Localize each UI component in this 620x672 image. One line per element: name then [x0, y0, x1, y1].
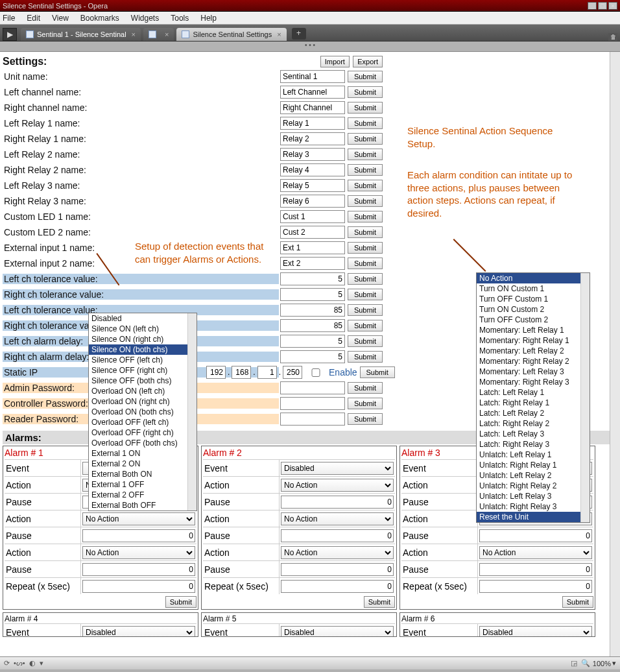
setting-input[interactable]: [280, 350, 345, 363]
submit-button[interactable]: Submit: [348, 413, 383, 425]
submit-button[interactable]: Submit: [348, 195, 383, 207]
zoom-icon[interactable]: 🔍: [581, 659, 590, 667]
browser-tab-3[interactable]: Silence Sentinal Settings×: [176, 28, 286, 41]
action-option[interactable]: No Action: [477, 273, 590, 283]
setting-input[interactable]: [280, 288, 345, 301]
trash-button[interactable]: 🗑: [608, 33, 617, 41]
close-tab-icon[interactable]: ×: [132, 30, 136, 38]
submit-button[interactable]: Submit: [348, 102, 383, 114]
menu-widgets[interactable]: Widgets: [131, 14, 159, 23]
event-option[interactable]: Overload OFF (left ch): [89, 417, 197, 427]
submit-button[interactable]: Submit: [348, 180, 383, 191]
setting-input[interactable]: [280, 101, 345, 114]
alarm-event-select[interactable]: Disabled: [82, 626, 195, 638]
close-tab-icon[interactable]: ×: [165, 30, 169, 38]
alarm-event-select[interactable]: Disabled: [281, 462, 394, 475]
minimize-button[interactable]: _: [588, 2, 597, 10]
menu-tools[interactable]: Tools: [171, 14, 189, 23]
submit-button[interactable]: Submit: [348, 226, 383, 238]
submit-button[interactable]: Submit: [348, 258, 383, 269]
action-option[interactable]: Momentary: Left Relay 1: [477, 325, 590, 335]
action-option[interactable]: Latch: Right Relay 2: [477, 418, 590, 429]
action-option[interactable]: Latch: Left Relay 3: [477, 429, 590, 439]
new-tab-button[interactable]: +: [292, 28, 306, 40]
alarm-action-select[interactable]: No Action: [82, 546, 195, 559]
action-option[interactable]: Turn ON Custom 2: [477, 304, 590, 315]
export-button[interactable]: Export: [353, 56, 383, 67]
event-option[interactable]: External Both OFF: [89, 500, 197, 510]
setting-input[interactable]: [280, 195, 345, 208]
ip-enable-checkbox[interactable]: [306, 368, 326, 377]
action-option[interactable]: Turn OFF Custom 1: [477, 294, 590, 304]
submit-button[interactable]: Submit: [348, 335, 383, 347]
action-option[interactable]: Momentary: Left Relay 2: [477, 346, 590, 356]
event-option[interactable]: Silence OFF (right ch): [89, 365, 197, 376]
alarm-repeat-input[interactable]: [479, 580, 592, 593]
event-option[interactable]: Silence ON (left ch): [89, 324, 197, 334]
alarm-repeat-input[interactable]: [82, 580, 195, 593]
alarm-pause-input[interactable]: [82, 529, 195, 542]
menu-help[interactable]: Help: [200, 14, 217, 23]
event-option[interactable]: Overload ON (both chs): [89, 407, 197, 417]
action-option[interactable]: Momentary: Left Relay 3: [477, 366, 590, 377]
chevron-down-icon[interactable]: ▾: [40, 659, 43, 667]
submit-button[interactable]: Submit: [348, 351, 383, 363]
alarm-action-select[interactable]: No Action: [281, 546, 394, 559]
ip-a[interactable]: [206, 366, 226, 379]
menu-bookmarks[interactable]: Bookmarks: [80, 14, 119, 23]
event-option[interactable]: Overload ON (right ch): [89, 396, 197, 407]
submit-button[interactable]: Submit: [348, 320, 383, 331]
alarm-pause-input[interactable]: [82, 563, 195, 576]
alarm-pause-input[interactable]: [479, 529, 592, 542]
menu-view[interactable]: View: [52, 14, 69, 23]
alarm-action-select[interactable]: No Action: [479, 546, 592, 559]
alarm-submit-button[interactable]: Submit: [165, 596, 197, 608]
setting-input[interactable]: [280, 257, 345, 270]
alarm-event-select[interactable]: Disabled: [281, 626, 394, 638]
event-option[interactable]: External 2 ON: [89, 459, 197, 469]
setting-input[interactable]: [280, 335, 345, 348]
alarm-pause-input[interactable]: [281, 496, 394, 509]
setting-input[interactable]: [280, 210, 345, 223]
setting-input[interactable]: [280, 319, 345, 332]
event-option[interactable]: External 1 ON: [89, 448, 197, 459]
submit-button[interactable]: Submit: [348, 117, 383, 129]
setting-input[interactable]: [280, 304, 345, 317]
panel-toggle-button[interactable]: ▶: [3, 28, 17, 41]
alarm-event-select[interactable]: Disabled: [479, 626, 592, 638]
alarm-pause-input[interactable]: [281, 529, 394, 542]
event-option[interactable]: Overload OFF (both chs): [89, 438, 197, 448]
setting-input[interactable]: [280, 132, 345, 145]
action-option[interactable]: Unlatch: Right Relay 3: [477, 501, 590, 512]
setting-input[interactable]: [280, 179, 345, 192]
setting-input[interactable]: [280, 241, 345, 254]
event-option[interactable]: External 1 OFF: [89, 479, 197, 490]
submit-button[interactable]: Submit: [348, 149, 383, 160]
action-option[interactable]: Momentary: Right Relay 2: [477, 356, 590, 366]
submit-button[interactable]: Submit: [360, 366, 395, 378]
action-option[interactable]: Momentary: Right Relay 3: [477, 377, 590, 387]
event-option[interactable]: External 2 OFF: [89, 490, 197, 500]
alarm-action-select[interactable]: No Action: [82, 512, 195, 525]
action-option[interactable]: Latch: Left Relay 1: [477, 387, 590, 398]
alarm-submit-button[interactable]: Submit: [562, 596, 593, 608]
action-option[interactable]: Unlatch: Left Relay 1: [477, 450, 590, 460]
event-option[interactable]: Silence OFF (left ch): [89, 355, 197, 365]
menu-edit[interactable]: Edit: [27, 14, 40, 23]
submit-button[interactable]: Submit: [348, 71, 383, 82]
event-option[interactable]: Overload OFF (right ch): [89, 427, 197, 438]
action-dropdown[interactable]: No ActionTurn ON Custom 1Turn OFF Custom…: [476, 272, 590, 523]
close-tab-icon[interactable]: ×: [277, 30, 281, 38]
action-option[interactable]: Turn OFF Custom 2: [477, 315, 590, 325]
event-option[interactable]: Silence ON (right ch): [89, 334, 197, 344]
setting-input[interactable]: [280, 70, 345, 83]
maximize-button[interactable]: □: [598, 2, 607, 10]
action-option[interactable]: Unlatch: Right Relay 2: [477, 481, 590, 491]
submit-button[interactable]: Submit: [348, 133, 383, 145]
action-option[interactable]: Latch: Left Relay 2: [477, 408, 590, 418]
event-option[interactable]: Silence ON (both chs): [89, 344, 197, 355]
submit-button[interactable]: Submit: [348, 242, 383, 254]
setting-input[interactable]: [280, 272, 345, 285]
import-button[interactable]: Import: [320, 56, 350, 67]
ip-c[interactable]: [257, 366, 277, 379]
